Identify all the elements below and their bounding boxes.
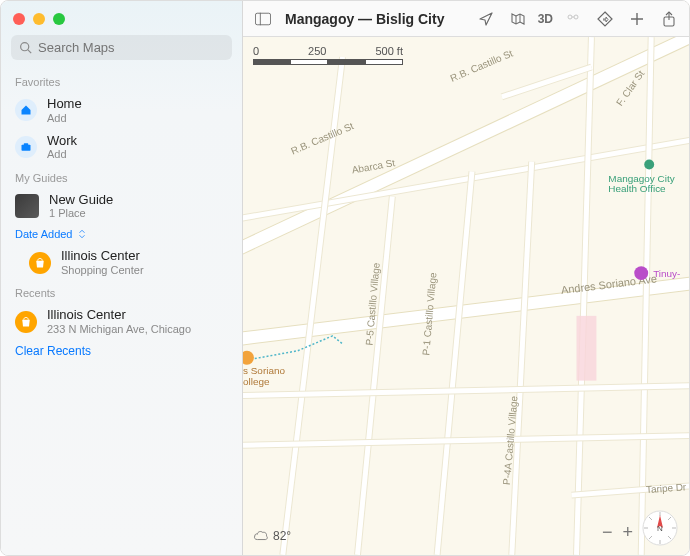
search-input[interactable] [38,40,224,55]
scale-0: 0 [253,45,259,57]
favorite-home[interactable]: Home Add [1,92,242,129]
date-added-sort[interactable]: Date Added [1,224,242,244]
svg-rect-3 [24,143,29,145]
weather-badge[interactable]: 82° [253,529,291,543]
guide-sub: 1 Place [49,207,113,220]
close-window-button[interactable] [13,13,25,25]
search-field[interactable] [11,35,232,60]
date-added-label: Date Added [15,228,73,240]
compass-label: N [657,524,663,533]
maximize-window-button[interactable] [53,13,65,25]
page-title: Mangagoy — Bislig City [285,11,444,27]
add-button[interactable] [625,7,649,31]
sort-toggle-icon [77,229,87,239]
cloud-icon [253,529,269,543]
favorite-sub: Add [47,112,82,125]
look-around-button[interactable] [561,7,585,31]
directions-button[interactable] [593,7,617,31]
guide-item[interactable]: New Guide 1 Place [1,188,242,225]
svg-point-0 [21,43,29,51]
favorite-work-text: Work Add [47,133,77,162]
favorites-header: Favorites [1,70,242,92]
shopping-icon [29,252,51,274]
svg-point-18 [243,351,254,365]
scale-1: 250 [308,45,326,57]
svg-line-1 [28,50,31,53]
recent-sub: 233 N Michigan Ave, Chicago [47,323,191,336]
3d-toggle-button[interactable]: 3D [538,12,553,26]
favorite-title: Work [47,133,77,149]
svg-text:s Sorianoollege: s Sorianoollege [243,365,285,387]
recents-header: Recents [1,281,242,303]
svg-point-20 [634,266,648,280]
road-label: R.B. Castillo St [289,120,355,156]
road-label: R.B. Castillo St [449,47,515,83]
recent-text: Illinois Center 233 N Michigan Ave, Chic… [47,307,191,336]
poi-health[interactable]: Mangagoy CityHealth Office [608,160,674,195]
svg-rect-2 [22,145,31,151]
svg-point-8 [568,15,572,19]
svg-point-9 [574,15,578,19]
map-mode-button[interactable] [506,7,530,31]
guide-place-text: Illinois Center Shopping Center [61,248,144,277]
shopping-icon [15,311,37,333]
svg-rect-4 [255,13,270,25]
svg-point-16 [644,160,654,170]
briefcase-icon [15,136,37,158]
weather-temp: 82° [273,529,291,543]
favorite-work[interactable]: Work Add [1,129,242,166]
svg-text:Tinuy-: Tinuy- [653,268,680,279]
clear-recents-label: Clear Recents [15,344,91,358]
guides-header: My Guides [1,166,242,188]
guide-title: New Guide [49,192,113,208]
recent-title: Illinois Center [47,307,191,323]
favorite-home-text: Home Add [47,96,82,125]
compass-button[interactable]: N [641,509,679,547]
guide-place-sub: Shopping Center [61,264,144,277]
svg-rect-15 [577,316,597,381]
guide-place-item[interactable]: Illinois Center Shopping Center [1,244,242,281]
recent-item[interactable]: Illinois Center 233 N Michigan Ave, Chic… [1,303,242,340]
favorite-sub: Add [47,148,77,161]
guide-place-title: Illinois Center [61,248,144,264]
locate-button[interactable] [474,7,498,31]
clear-recents-button[interactable]: Clear Recents [1,340,242,362]
main-pane: Mangagoy — Bislig City 3D [243,1,689,555]
map-svg: R.B. Castillo St R.B. Castillo St Abarca… [243,37,689,555]
zoom-controls: − + [602,522,633,543]
home-icon [15,99,37,121]
favorite-title: Home [47,96,82,112]
guide-thumbnail-icon [15,194,39,218]
scale-2: 500 ft [375,45,403,57]
toolbar: Mangagoy — Bislig City 3D [243,1,689,37]
sidebar: Favorites Home Add Work Add My Guides Ne… [1,1,243,555]
minimize-window-button[interactable] [33,13,45,25]
sidebar-toggle-button[interactable] [251,7,275,31]
road-label: Taripe Dr [646,481,688,495]
svg-text:Mangagoy CityHealth Office: Mangagoy CityHealth Office [608,173,674,195]
map-canvas[interactable]: R.B. Castillo St R.B. Castillo St Abarca… [243,37,689,555]
zoom-in-button[interactable]: + [622,522,633,543]
window-controls [1,9,242,35]
search-icon [19,41,32,54]
poi-tinuy[interactable]: Tinuy- [634,266,680,280]
guide-text: New Guide 1 Place [49,192,113,221]
share-button[interactable] [657,7,681,31]
zoom-out-button[interactable]: − [602,522,613,543]
app-window: Favorites Home Add Work Add My Guides Ne… [1,1,689,555]
scale-bar: 0 250 500 ft [253,45,403,67]
search-container [1,35,242,70]
